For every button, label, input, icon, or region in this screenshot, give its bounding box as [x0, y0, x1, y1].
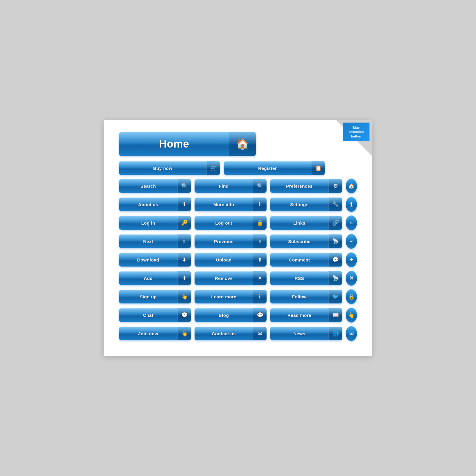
logout-label: Log out [195, 220, 253, 226]
round-prev-button[interactable]: « [346, 234, 357, 249]
register-button[interactable]: Register 📋 [224, 161, 325, 175]
preferences-button[interactable]: Preferences ⚙ [270, 179, 342, 193]
remove-button[interactable]: Remove ✕ [195, 271, 267, 285]
round-info-button[interactable]: ℹ [346, 197, 357, 212]
round-hand-button[interactable]: 👆 [346, 308, 357, 322]
round-home-icon: 🏠 [348, 183, 355, 189]
add-button[interactable]: Add + [119, 271, 191, 285]
btn-row-5: Download ⬇ Upload ⬆ Comment 💬 + [119, 252, 357, 267]
download-button[interactable]: Download ⬇ [119, 253, 191, 267]
follow-icon: 🐦 [328, 290, 342, 303]
round-mail-icon: ✉ [349, 330, 354, 337]
btn-row-6: Add + Remove ✕ RSS 📡 ✕ [119, 271, 357, 286]
more-info-icon: ℹ [253, 198, 267, 211]
download-label: Download [119, 257, 177, 262]
round-next-button[interactable]: » [346, 215, 357, 230]
round-remove-button[interactable]: ✕ [346, 271, 357, 286]
chat-button[interactable]: Chat 💬 [119, 308, 191, 322]
learn-more-button[interactable]: Learn more ℹ [195, 290, 267, 303]
home-button[interactable]: Home 🏠 [119, 132, 256, 156]
next-label: Next [119, 239, 177, 244]
btn-row-4: Next » Previous « Subscribe 📡 « [119, 234, 357, 249]
news-icon: 🌐 [328, 327, 342, 340]
preferences-icon: ⚙ [328, 179, 342, 193]
follow-button[interactable]: Follow 🐦 [270, 290, 342, 303]
find-button[interactable]: Find 🔍 [195, 179, 267, 193]
signup-button[interactable]: Sign up 👆 [119, 290, 191, 303]
upload-button[interactable]: Upload ⬆ [195, 253, 267, 267]
round-add-icon: + [350, 256, 353, 264]
preferences-label: Preferences [270, 184, 328, 189]
previous-button[interactable]: Previous « [195, 234, 267, 248]
round-lock-icon: 🔒 [348, 293, 355, 300]
signup-label: Sign up [119, 294, 177, 299]
corner-banner: Blue collection button [343, 123, 369, 141]
links-button[interactable]: Links 🔗 [270, 216, 342, 230]
btn-row-3: Log in 🔑 Log out 🔒 Links 🔗 » [119, 215, 357, 230]
rss-label: RSS [270, 276, 328, 281]
more-info-button[interactable]: More info ℹ [195, 198, 267, 211]
read-more-icon: 📖 [328, 308, 342, 322]
read-more-button[interactable]: Read more 📖 [270, 308, 342, 322]
login-button[interactable]: Log in 🔑 [119, 216, 191, 230]
comment-icon: 💬 [328, 253, 342, 267]
search-icon: 🔍 [177, 179, 191, 193]
home-row: Home 🏠 [119, 132, 357, 156]
blog-icon: 💬 [253, 308, 267, 322]
news-button[interactable]: News 🌐 [270, 327, 342, 340]
chat-label: Chat [119, 313, 177, 318]
settings-label: Settings [270, 202, 328, 207]
learn-more-label: Learn more [195, 294, 253, 299]
next-icon: » [177, 234, 191, 248]
find-label: Find [195, 184, 253, 189]
register-icon: 📋 [311, 161, 325, 175]
btn-row-2: About us ℹ More info ℹ Settings 🔧 ℹ [119, 197, 357, 212]
contact-us-button[interactable]: Contact us ✉ [195, 327, 267, 340]
home-label: Home [119, 138, 229, 150]
search-button[interactable]: Search 🔍 [119, 179, 191, 193]
search-label: Search [119, 184, 177, 189]
buy-now-button[interactable]: Buy now 🛒 [119, 161, 220, 175]
blog-label: Blog [195, 313, 253, 318]
login-icon: 🔑 [177, 216, 191, 230]
contact-us-icon: ✉ [253, 327, 267, 340]
button-grid: Buy now 🛒 Register 📋 Search 🔍 Find 🔍 Pre… [119, 161, 357, 341]
btn-row-0: Buy now 🛒 Register 📋 [119, 161, 357, 175]
previous-label: Previous [195, 239, 253, 244]
remove-label: Remove [195, 276, 253, 281]
round-home-button[interactable]: 🏠 [346, 178, 357, 193]
subscribe-button[interactable]: Subscribe 📡 [270, 234, 342, 248]
upload-icon: ⬆ [253, 253, 267, 267]
blog-button[interactable]: Blog 💬 [195, 308, 267, 322]
join-now-button[interactable]: Join now 👆 [119, 327, 191, 340]
follow-label: Follow [270, 294, 328, 299]
signup-icon: 👆 [177, 290, 191, 303]
round-add-button[interactable]: + [346, 252, 357, 267]
chat-icon: 💬 [177, 308, 191, 322]
corner-curl: Blue collection button [336, 120, 372, 156]
subscribe-label: Subscribe [270, 239, 328, 244]
about-us-label: About us [119, 202, 177, 207]
round-lock-button[interactable]: 🔒 [346, 289, 357, 304]
previous-icon: « [253, 234, 267, 248]
rss-button[interactable]: RSS 📡 [270, 271, 342, 285]
round-prev-icon: « [350, 239, 353, 244]
settings-button[interactable]: Settings 🔧 [270, 198, 342, 211]
links-label: Links [270, 220, 328, 226]
more-info-label: More info [195, 202, 253, 207]
btn-row-8: Chat 💬 Blog 💬 Read more 📖 👆 [119, 308, 357, 322]
links-icon: 🔗 [328, 216, 342, 230]
logout-icon: 🔒 [253, 216, 267, 230]
home-icon: 🏠 [229, 132, 256, 156]
upload-label: Upload [195, 257, 253, 262]
logout-button[interactable]: Log out 🔒 [195, 216, 267, 230]
round-info-icon: ℹ [350, 201, 353, 208]
next-button[interactable]: Next » [119, 234, 191, 248]
settings-icon: 🔧 [328, 198, 342, 211]
news-label: News [270, 331, 328, 336]
comment-button[interactable]: Comment 💬 [270, 253, 342, 267]
contact-us-label: Contact us [195, 331, 253, 336]
about-us-button[interactable]: About us ℹ [119, 198, 191, 211]
read-more-label: Read more [270, 313, 328, 318]
round-mail-button[interactable]: ✉ [346, 326, 357, 341]
